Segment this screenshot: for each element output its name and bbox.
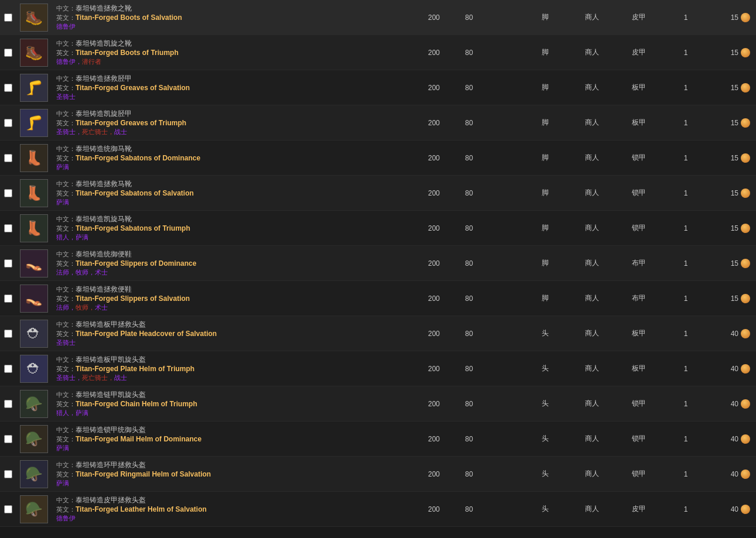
item-icon: 👡 bbox=[20, 249, 48, 277]
row-checkbox[interactable] bbox=[4, 294, 12, 303]
row-checkbox[interactable] bbox=[4, 259, 12, 268]
row-checkbox[interactable] bbox=[4, 84, 12, 92]
coin-icon bbox=[741, 259, 750, 268]
item-name-cn: 中文：泰坦铸造皮甲拯救头盔 bbox=[56, 495, 412, 505]
item-quantity: 1 bbox=[662, 49, 709, 57]
item-cost: 15 bbox=[709, 13, 756, 22]
row-checkbox[interactable] bbox=[4, 119, 12, 127]
row-checkbox[interactable] bbox=[4, 224, 12, 232]
item-level: 200 bbox=[416, 330, 451, 338]
coin-icon bbox=[741, 364, 750, 373]
coin-icon bbox=[741, 48, 750, 57]
item-source: 商人 bbox=[569, 504, 615, 514]
coin-icon bbox=[741, 153, 750, 163]
item-quantity: 1 bbox=[662, 224, 709, 232]
item-level: 200 bbox=[416, 13, 451, 22]
item-quantity: 1 bbox=[662, 189, 709, 197]
item-source: 商人 bbox=[569, 364, 615, 373]
coin-icon bbox=[741, 470, 750, 479]
item-name-col: 中文：泰坦铸造皮甲拯救头盔英文：Titan-Forged Leather Hel… bbox=[52, 492, 416, 526]
item-armor-type: 板甲 bbox=[615, 118, 662, 128]
item-cost: 40 bbox=[709, 364, 756, 373]
item-classes: 法师，牧师，术士 bbox=[56, 303, 412, 312]
item-source: 商人 bbox=[569, 188, 615, 198]
item-cost: 15 bbox=[709, 48, 756, 57]
row-checkbox[interactable] bbox=[4, 13, 12, 22]
table-row: ⛑中文：泰坦铸造板甲凯旋头盔英文：Titan-Forged Plate Helm… bbox=[0, 351, 756, 386]
item-icon: 👢 bbox=[20, 214, 48, 242]
table-row: 👡中文：泰坦铸造拯救便鞋英文：Titan-Forged Slippers of … bbox=[0, 281, 756, 316]
item-armor-type: 布甲 bbox=[615, 258, 662, 268]
item-name-en: 英文：Titan-Forged Mail Helm of Dominance bbox=[56, 435, 412, 444]
item-level: 200 bbox=[416, 259, 451, 268]
item-name-cn: 中文：泰坦铸造锁甲统御头盔 bbox=[56, 425, 412, 435]
row-checkbox[interactable] bbox=[4, 49, 12, 57]
item-icon: 👢 bbox=[20, 144, 48, 172]
item-table: 🥾中文：泰坦铸造拯救之靴英文：Titan-Forged Boots of Sal… bbox=[0, 0, 756, 527]
item-name-cn: 中文：泰坦铸造板甲凯旋头盔 bbox=[56, 355, 412, 365]
item-classes: 猎人，萨满 bbox=[56, 233, 412, 242]
item-quantity: 1 bbox=[662, 365, 709, 373]
item-classes: 德鲁伊 bbox=[56, 22, 412, 31]
item-quantity: 1 bbox=[662, 330, 709, 338]
item-classes: 萨满 bbox=[56, 444, 412, 453]
item-armor-type: 锁甲 bbox=[615, 469, 662, 479]
item-source: 商人 bbox=[569, 153, 615, 163]
item-classes: 猎人，萨满 bbox=[56, 409, 412, 417]
item-icon: 👡 bbox=[20, 285, 48, 313]
item-level: 200 bbox=[416, 435, 451, 443]
item-slot: 头 bbox=[522, 469, 569, 479]
table-row: 👢中文：泰坦铸造凯旋马靴英文：Titan-Forged Sabatons of … bbox=[0, 211, 756, 246]
coin-icon bbox=[741, 83, 750, 92]
item-slot: 脚 bbox=[522, 83, 569, 92]
item-name-col: 中文：泰坦铸造板甲拯救头盔英文：Titan-Forged Plate Headc… bbox=[52, 316, 416, 351]
item-name-cn: 中文：泰坦铸造拯救便鞋 bbox=[56, 285, 412, 294]
item-cost: 40 bbox=[709, 505, 756, 514]
item-armor-type: 锁甲 bbox=[615, 399, 662, 409]
item-name-en: 英文：Titan-Forged Boots of Triumph bbox=[56, 49, 412, 57]
item-name-en: 英文：Titan-Forged Greaves of Salvation bbox=[56, 84, 412, 92]
item-level: 200 bbox=[416, 365, 451, 373]
item-armor-type: 布甲 bbox=[615, 293, 662, 303]
row-checkbox[interactable] bbox=[4, 189, 12, 197]
item-name-en: 英文：Titan-Forged Boots of Salvation bbox=[56, 13, 412, 22]
item-name-en: 英文：Titan-Forged Slippers of Dominance bbox=[56, 259, 412, 268]
item-cost: 15 bbox=[709, 118, 756, 128]
row-checkbox[interactable] bbox=[4, 435, 12, 443]
coin-icon bbox=[741, 118, 750, 128]
item-level: 200 bbox=[416, 154, 451, 162]
coin-icon bbox=[741, 294, 750, 303]
item-quantity: 1 bbox=[662, 84, 709, 92]
coin-icon bbox=[741, 189, 750, 198]
item-ilvl: 80 bbox=[451, 259, 487, 268]
item-level: 200 bbox=[416, 224, 451, 232]
row-checkbox[interactable] bbox=[4, 470, 12, 478]
item-name-cn: 中文：泰坦铸造拯救马靴 bbox=[56, 179, 412, 189]
table-row: 👡中文：泰坦铸造统御便鞋英文：Titan-Forged Slippers of … bbox=[0, 246, 756, 281]
item-ilvl: 80 bbox=[451, 330, 487, 338]
item-name-col: 中文：泰坦铸造拯救便鞋英文：Titan-Forged Slippers of S… bbox=[52, 281, 416, 316]
item-name-en: 英文：Titan-Forged Chain Helm of Triumph bbox=[56, 400, 412, 409]
item-ilvl: 80 bbox=[451, 119, 487, 127]
item-ilvl: 80 bbox=[451, 154, 487, 162]
row-checkbox[interactable] bbox=[4, 330, 12, 338]
item-name-cn: 中文：泰坦铸造板甲拯救头盔 bbox=[56, 320, 412, 330]
item-icon: 🪖 bbox=[20, 460, 48, 488]
row-checkbox[interactable] bbox=[4, 154, 12, 162]
item-level: 200 bbox=[416, 505, 451, 513]
row-checkbox[interactable] bbox=[4, 400, 12, 408]
row-checkbox[interactable] bbox=[4, 505, 12, 513]
coin-icon bbox=[741, 13, 750, 22]
row-checkbox[interactable] bbox=[4, 365, 12, 373]
item-name-en: 英文：Titan-Forged Slippers of Salvation bbox=[56, 294, 412, 303]
item-name-col: 中文：泰坦铸造环甲拯救头盔英文：Titan-Forged Ringmail He… bbox=[52, 457, 416, 491]
item-icon: ⛑ bbox=[20, 320, 48, 348]
item-ilvl: 80 bbox=[451, 470, 487, 478]
item-icon: 🥾 bbox=[20, 4, 48, 32]
item-slot: 头 bbox=[522, 364, 569, 373]
item-slot: 脚 bbox=[522, 47, 569, 57]
item-cost: 15 bbox=[709, 294, 756, 303]
item-slot: 脚 bbox=[522, 12, 569, 22]
item-name-col: 中文：泰坦铸造凯旋胫甲英文：Titan-Forged Greaves of Tr… bbox=[52, 105, 416, 140]
item-cost: 40 bbox=[709, 470, 756, 479]
